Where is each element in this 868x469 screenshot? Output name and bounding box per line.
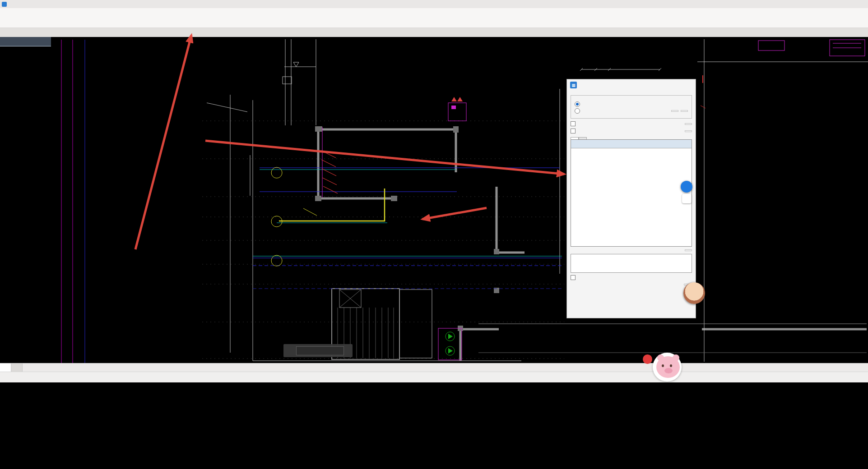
pig-eye-right <box>670 364 672 367</box>
title-bar <box>0 0 868 8</box>
mascot-badge <box>643 354 652 364</box>
minimize-button[interactable] <box>827 0 841 8</box>
cad-drawing <box>0 37 868 363</box>
open-class-picker-button[interactable] <box>685 130 692 132</box>
classify-toolbar <box>283 344 353 357</box>
gray-display-row <box>571 275 692 280</box>
pig-snout <box>664 368 673 373</box>
pig-eye-left <box>662 364 664 367</box>
assistant-float-button[interactable] <box>681 181 692 193</box>
total-row <box>571 249 692 251</box>
measure-stats-dialog: ▦ <box>566 79 696 318</box>
measure-panel <box>0 37 51 46</box>
classify-swatch <box>299 349 303 353</box>
layout-tabbar <box>0 363 868 372</box>
status-bar <box>0 372 868 382</box>
open-color-picker-button[interactable] <box>685 123 692 125</box>
gray-display-checkbox[interactable] <box>571 275 576 280</box>
document-tabbar <box>0 28 868 37</box>
model-tab[interactable] <box>0 363 11 372</box>
scope-groupbox <box>571 95 692 119</box>
measure-panel-header <box>0 37 51 46</box>
radio-manual-select[interactable] <box>575 108 580 114</box>
window-controls <box>827 0 868 8</box>
pig-face <box>656 356 680 378</box>
cad-canvas[interactable] <box>0 37 868 363</box>
scope-row-manual <box>575 108 688 114</box>
filter-color-checkbox[interactable] <box>571 121 576 126</box>
tabbar-layout-icon[interactable] <box>863 28 868 37</box>
mascot-pig[interactable] <box>643 351 692 382</box>
tab-length[interactable] <box>571 137 579 139</box>
main-toolbar <box>0 8 868 28</box>
filter-class-row <box>571 129 692 133</box>
filter-class-checkbox[interactable] <box>571 129 576 133</box>
stats-table-header <box>571 140 692 148</box>
filter-color-row <box>571 121 692 126</box>
scope-row-all <box>575 101 688 107</box>
tab-area[interactable] <box>579 137 587 139</box>
maximize-button[interactable] <box>841 0 854 8</box>
summary-box <box>571 254 692 273</box>
mascot-avatar[interactable] <box>683 282 705 304</box>
stats-table <box>571 139 692 247</box>
copy-total-button[interactable] <box>685 249 692 251</box>
dialog-icon: ▦ <box>570 82 577 88</box>
radio-all-annotations[interactable] <box>575 101 580 107</box>
dialog-titlebar[interactable]: ▦ <box>567 79 696 91</box>
robot-float-button[interactable] <box>682 194 692 203</box>
app-icon <box>2 2 7 7</box>
close-button[interactable] <box>854 0 868 8</box>
select-annotation-button[interactable] <box>671 110 678 112</box>
clear-selection-button[interactable] <box>681 110 688 112</box>
export-row <box>571 284 691 285</box>
classify-dropdown[interactable] <box>296 346 344 355</box>
layout1-tab[interactable] <box>11 363 23 372</box>
